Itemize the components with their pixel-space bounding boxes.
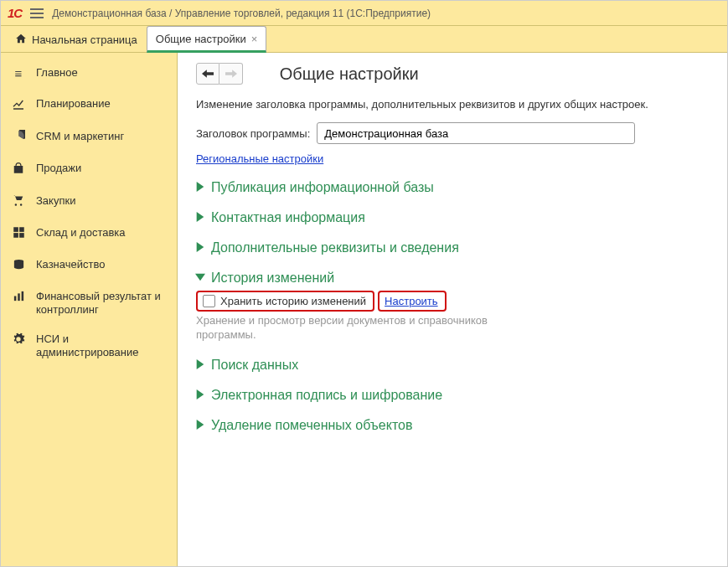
coins-icon: [11, 258, 26, 273]
tab-settings[interactable]: Общие настройки ×: [147, 26, 267, 53]
sidebar-item-purchases[interactable]: Закупки: [1, 186, 177, 218]
section-title: Электронная подпись и шифрование: [211, 388, 442, 403]
boxes-icon: [11, 226, 26, 241]
sidebar-item-crm[interactable]: CRM и маркетинг: [1, 121, 177, 153]
back-button[interactable]: [196, 63, 219, 85]
sidebar-item-label: Закупки: [36, 194, 75, 208]
pie-icon: [11, 130, 26, 145]
chevron-right-icon: [196, 389, 204, 402]
program-title-label: Заголовок программы:: [196, 127, 310, 140]
sidebar-item-planning[interactable]: Планирование: [1, 89, 177, 121]
sidebar-item-main[interactable]: ≡ Главное: [1, 58, 177, 89]
keep-history-highlight: Хранить историю изменений: [196, 291, 374, 312]
svg-rect-0: [13, 227, 18, 232]
section-additional[interactable]: Дополнительные реквизиты и сведения: [196, 240, 709, 255]
svg-rect-7: [21, 291, 23, 301]
sidebar-item-finresult[interactable]: Финансовый результат и контроллинг: [1, 281, 177, 324]
sidebar: ≡ Главное Планирование CRM и маркетинг П…: [1, 53, 178, 566]
gear-icon: [11, 332, 26, 348]
history-option-row: Хранить историю изменений Настроить: [196, 291, 447, 312]
svg-rect-2: [13, 233, 18, 238]
tab-home-label: Начальная страница: [32, 34, 137, 46]
section-title: История изменений: [211, 271, 334, 286]
section-title: Поиск данных: [211, 358, 298, 373]
section-contact[interactable]: Контактная информация: [196, 210, 709, 225]
sidebar-item-warehouse[interactable]: Склад и доставка: [1, 218, 177, 250]
main-content: Общие настройки Изменение заголовка прог…: [178, 53, 727, 566]
lines-icon: ≡: [11, 66, 26, 80]
titlebar: 1C Демонстрационная база / Управление то…: [1, 1, 727, 26]
sidebar-item-label: Планирование: [36, 97, 111, 111]
cart-icon: [11, 194, 26, 209]
sidebar-item-sales[interactable]: Продажи: [1, 153, 177, 186]
page-title: Общие настройки: [280, 64, 419, 84]
hamburger-icon[interactable]: [30, 8, 44, 18]
section-publication[interactable]: Публикация информационной базы: [196, 180, 709, 195]
keep-history-label: Хранить историю изменений: [220, 295, 366, 307]
close-icon[interactable]: ×: [251, 33, 258, 45]
history-hint: Хранение и просмотр версии документов и …: [196, 314, 548, 343]
chevron-right-icon: [196, 419, 204, 432]
home-icon: [15, 33, 27, 47]
tab-home[interactable]: Начальная страница: [6, 26, 147, 52]
section-title: Публикация информационной базы: [211, 180, 434, 195]
chevron-right-icon: [196, 181, 204, 194]
svg-rect-3: [19, 233, 24, 238]
section-delete[interactable]: Удаление помеченных объектов: [196, 418, 709, 433]
section-title: Удаление помеченных объектов: [211, 418, 412, 433]
program-title-input[interactable]: [317, 122, 635, 144]
window-title: Демонстрационная база / Управление торго…: [52, 8, 431, 19]
sidebar-item-label: НСИ и администрирование: [36, 332, 167, 358]
chart-up-icon: [11, 97, 26, 113]
sidebar-item-label: Главное: [36, 66, 78, 80]
svg-rect-6: [18, 293, 20, 301]
sidebar-item-admin[interactable]: НСИ и администрирование: [1, 324, 177, 367]
sidebar-item-label: Финансовый результат и контроллинг: [36, 290, 167, 316]
tab-settings-label: Общие настройки: [156, 33, 246, 45]
sidebar-item-label: Казначейство: [36, 258, 105, 271]
section-search[interactable]: Поиск данных: [196, 358, 709, 373]
section-title: Дополнительные реквизиты и сведения: [211, 240, 459, 255]
sidebar-item-label: Склад и доставка: [36, 226, 126, 240]
bag-icon: [11, 162, 26, 178]
logo-1c: 1C: [8, 6, 22, 20]
forward-button[interactable]: [219, 63, 243, 85]
keep-history-checkbox[interactable]: [203, 295, 215, 307]
bars-icon: [11, 290, 26, 305]
sidebar-item-label: CRM и маркетинг: [36, 130, 124, 143]
sidebar-item-treasury[interactable]: Казначейство: [1, 250, 177, 281]
sidebar-item-label: Продажи: [36, 162, 81, 175]
svg-rect-5: [13, 296, 16, 302]
configure-highlight: Настроить: [378, 291, 447, 312]
chevron-down-icon: [196, 271, 204, 285]
chevron-right-icon: [196, 358, 204, 372]
chevron-right-icon: [196, 211, 204, 224]
configure-link[interactable]: Настроить: [385, 295, 438, 307]
page-description: Изменение заголовка программы, дополните…: [196, 98, 709, 111]
svg-rect-1: [19, 227, 24, 232]
section-history[interactable]: История изменений: [196, 271, 709, 286]
chevron-right-icon: [196, 241, 204, 255]
section-title: Контактная информация: [211, 210, 365, 225]
regional-settings-link[interactable]: Региональные настройки: [196, 152, 323, 165]
tabbar: Начальная страница Общие настройки ×: [1, 26, 727, 53]
section-signature[interactable]: Электронная подпись и шифрование: [196, 388, 709, 403]
